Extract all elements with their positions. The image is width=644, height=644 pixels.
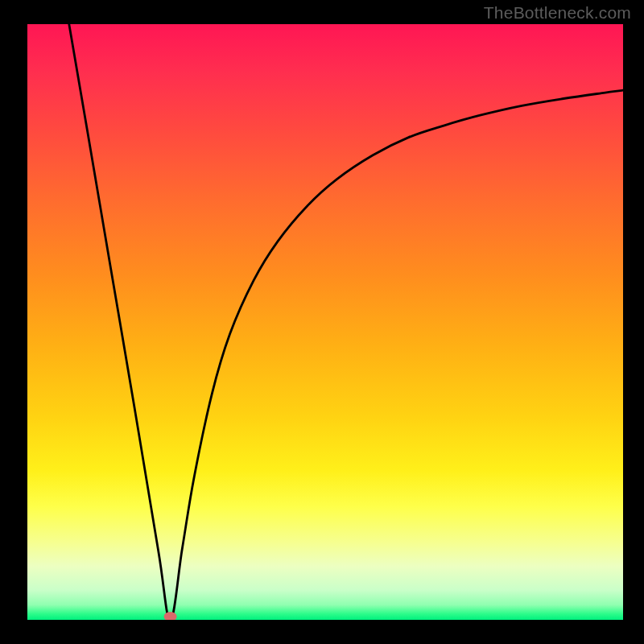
plot-area bbox=[27, 24, 623, 620]
bottleneck-curve bbox=[69, 24, 623, 620]
watermark-text: TheBottleneck.com bbox=[484, 3, 631, 23]
chart-frame: TheBottleneck.com bbox=[0, 0, 644, 644]
curve-svg bbox=[27, 24, 623, 620]
minimum-marker bbox=[164, 612, 177, 620]
